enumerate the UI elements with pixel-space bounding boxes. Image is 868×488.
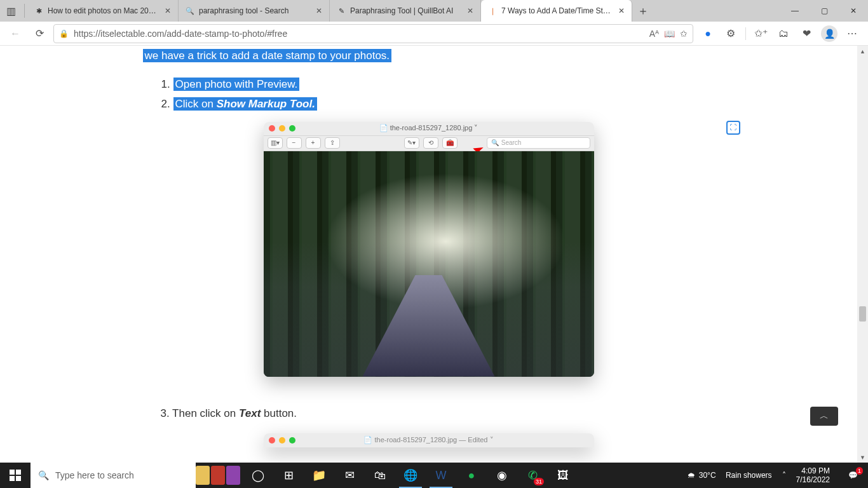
lock-icon: 🔒 [59, 29, 69, 38]
favicon-icon: ❘ [487, 6, 498, 16]
url-field[interactable]: 🔒 https://itselectable.com/add-date-stam… [53, 24, 693, 43]
scroll-up-arrow[interactable]: ▲ [857, 46, 868, 57]
window-controls: — ▢ ✕ [780, 0, 868, 22]
ms-store-icon[interactable]: 🛍 [365, 463, 395, 488]
forest-photo [264, 151, 594, 377]
list-item: Open photo with Preview. [173, 76, 715, 93]
new-tab-button[interactable]: ＋ [632, 0, 654, 22]
browser-titlebar: ▥ ✱ How to edit photos on Mac 202… ✕ 🔍 p… [0, 0, 868, 22]
news-widget[interactable] [196, 463, 240, 488]
page-viewport: we have a trick to add a date stamp to y… [0, 46, 857, 463]
tab-3[interactable]: ❘ 7 Ways to Add A Date/Time Stam… ✕ [481, 0, 632, 22]
url-text: https://itselectable.com/add-date-stamp-… [74, 29, 287, 39]
close-tab-icon[interactable]: ✕ [163, 6, 173, 15]
share-icon: ⇪ [325, 137, 340, 149]
scroll-to-top-button[interactable]: ︿ [810, 407, 838, 426]
chrome-icon[interactable]: ◉ [487, 463, 517, 488]
file-explorer-icon[interactable]: 📁 [304, 463, 334, 488]
favicon-icon: ✎ [336, 6, 346, 16]
preview-filename: 📄 the-road-815297_1280.jpg ˅ [264, 123, 594, 134]
read-aloud-icon[interactable]: Aᴬ [649, 29, 659, 39]
scroll-down-arrow[interactable]: ▼ [857, 452, 868, 463]
immersive-reader-icon[interactable]: 📖 [664, 29, 675, 39]
start-button[interactable] [0, 463, 31, 488]
preview-window-screenshot: 📄 the-road-815297_1280.jpg ˅ ▥▾ − + ⇪ ✎▾… [264, 122, 594, 377]
tab-title: Paraphrasing Tool | QuillBot AI [350, 6, 461, 15]
photos-icon[interactable]: 🖼 [548, 463, 578, 488]
clock[interactable]: 4:09 PM 7/16/2022 [791, 466, 835, 484]
scroll-thumb[interactable] [859, 306, 866, 322]
favorite-icon[interactable]: ✩ [680, 29, 688, 39]
preview-toolbar: ▥▾ − + ⇪ ✎▾ ⟲ 🧰 🔍 Search [264, 136, 594, 151]
address-bar: ← ⟳ 🔒 https://itselectable.com/add-date-… [0, 22, 868, 46]
vertical-scrollbar[interactable]: ▲ ▼ [857, 46, 868, 463]
divider [745, 27, 746, 40]
tab-0[interactable]: ✱ How to edit photos on Mac 202… ✕ [27, 0, 179, 22]
action-center-icon[interactable]: 💬1 [840, 471, 865, 480]
preview-titlebar: 📄 the-road-815297_1280.jpg ˅ [264, 122, 594, 136]
whatsapp-icon[interactable]: ✆31 [517, 463, 548, 488]
tab-2[interactable]: ✎ Paraphrasing Tool | QuillBot AI ✕ [330, 0, 481, 22]
list-item: Click on Show Markup Tool. [173, 95, 715, 112]
edge-icon[interactable]: 🌐 [395, 463, 426, 488]
divider [24, 4, 25, 18]
weather-icon: 🌧 [688, 471, 695, 480]
minimize-button[interactable]: — [780, 0, 810, 22]
mail-icon[interactable]: ✉ [334, 463, 365, 488]
weather-widget[interactable]: 🌧 30°C Rain showers [682, 471, 777, 480]
word-icon[interactable]: W [426, 463, 456, 488]
preview-search: 🔍 Search [487, 137, 590, 149]
zoom-in-icon: + [306, 137, 321, 149]
collections-icon[interactable]: 🗂 [773, 24, 794, 43]
tab-title: How to edit photos on Mac 202… [48, 6, 159, 15]
task-view-icon[interactable]: ⊞ [273, 463, 304, 488]
taskbar-search[interactable]: 🔍 Type here to search [31, 463, 196, 488]
search-icon: 🔍 [38, 470, 49, 480]
close-tab-icon[interactable]: ✕ [465, 6, 475, 15]
back-button[interactable]: ← [5, 24, 25, 43]
favicon-icon: 🔍 [185, 6, 195, 16]
highlight-icon: ✎▾ [404, 137, 419, 149]
task-icons: ◯ ⊞ 📁 ✉ 🛍 🌐 W ● ◉ ✆31 🖼 [243, 463, 578, 488]
steps-list: Open photo with Preview. Click on Show M… [143, 76, 715, 112]
refresh-button[interactable]: ⟳ [29, 24, 50, 43]
image-scan-icon[interactable]: ⛶ [726, 121, 740, 135]
preview-window-screenshot-2: 📄 the-road-815297_1280.jpg — Edited ˅ [264, 433, 594, 447]
sidebar-toggle-icon: ▥▾ [268, 137, 283, 149]
system-tray: 🌧 30°C Rain showers ˄ 4:09 PM 7/16/2022 … [682, 463, 868, 488]
preview-filename: 📄 the-road-815297_1280.jpg — Edited ˅ [264, 435, 594, 446]
tab-strip: ✱ How to edit photos on Mac 202… ✕ 🔍 par… [27, 0, 780, 22]
traffic-lights [269, 125, 295, 132]
favicon-icon: ✱ [34, 6, 44, 16]
zoom-out-icon: − [287, 137, 302, 149]
article-body: we have a trick to add a date stamp to y… [143, 46, 715, 447]
spotify-icon[interactable]: ● [456, 463, 487, 488]
tab-actions-button[interactable]: ▥ [4, 4, 18, 18]
favorites-bar-icon[interactable]: ✩⁺ [750, 24, 771, 43]
maximize-button[interactable]: ▢ [810, 0, 839, 22]
tray-chevron-icon[interactable]: ˄ [782, 471, 786, 480]
markup-toolbox-icon: 🧰 [442, 137, 458, 149]
lead-sentence: we have a trick to add a date stamp to y… [143, 47, 715, 64]
app-menu-button[interactable]: ⋯ [841, 24, 863, 43]
tab-title: 7 Ways to Add A Date/Time Stam… [501, 6, 613, 15]
cortana-icon[interactable]: ◯ [243, 463, 273, 488]
close-window-button[interactable]: ✕ [839, 0, 868, 22]
close-tab-icon[interactable]: ✕ [314, 6, 324, 15]
windows-taskbar: 🔍 Type here to search ◯ ⊞ 📁 ✉ 🛍 🌐 W ● ◉ … [0, 463, 868, 488]
search-placeholder: Type here to search [55, 470, 134, 480]
profile-button[interactable]: 👤 [818, 24, 840, 43]
extensions-menu-icon[interactable]: ⚙ [720, 24, 742, 43]
extension-icon[interactable]: ● [697, 24, 719, 43]
tab-1[interactable]: 🔍 paraphrasing tool - Search ✕ [179, 0, 330, 22]
close-tab-icon[interactable]: ✕ [616, 6, 627, 15]
step-3: 3. Then click on Text button. [143, 405, 715, 422]
performance-icon[interactable]: ❤ [796, 24, 817, 43]
tab-title: paraphrasing tool - Search [199, 6, 310, 15]
rotate-icon: ⟲ [423, 137, 438, 149]
